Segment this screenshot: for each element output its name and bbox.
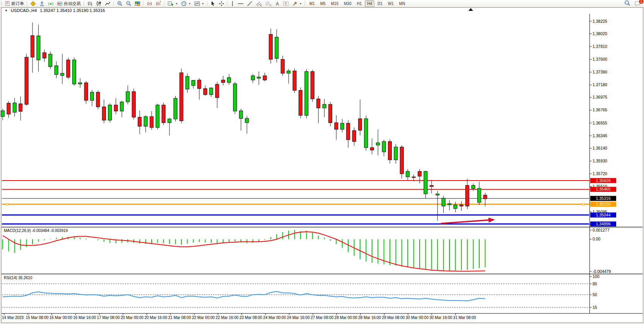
candle-body [102,107,106,120]
timeframe-button-W1[interactable]: W1 [386,0,396,7]
timeframe-button-MN[interactable]: MN [397,0,408,7]
chart-surface[interactable]: 1.382251.380201.378101.376001.373901.371… [0,0,644,324]
zoom-in-button[interactable] [115,0,124,7]
fibonacci-button[interactable]: F [264,0,273,7]
text-label-button[interactable]: T [281,0,290,7]
templates-button[interactable]: ▼ [193,0,206,7]
text-icon: A [275,1,280,7]
chart-shift-button[interactable] [154,0,163,7]
timeframe-button-D1[interactable]: D1 [375,0,385,7]
auto-trading-icon [57,1,63,7]
arrows-tool-button[interactable]: ▼ [290,0,304,7]
svg-text:15: 15 [593,305,597,310]
signal-icon [48,1,54,7]
candle-body [162,105,165,123]
chart-ohlc-values: 1.35247 1.35410 1.35190 1.35316 [40,8,105,13]
candle-body [19,104,22,111]
horizontal-line-button[interactable] [236,0,245,7]
line-handle[interactable] [583,203,584,205]
svg-text:1.38225: 1.38225 [593,19,607,24]
macd-indicator-label: MACD(12,26,9) -0.003484 -0.003919 [4,229,68,233]
candlestick-chart-button[interactable] [94,0,103,7]
timeframe-button-M5[interactable]: M5 [318,0,328,7]
time-axis-label: 22 Mar 00:00 [192,315,215,320]
add-indicator-button[interactable]: ▼ [166,0,179,7]
svg-text:1.36140: 1.36140 [593,146,607,150]
chart-symbol-title: USDCAD-,H4 [11,8,37,13]
candle-body [25,57,28,104]
bar-chart-icon [87,1,93,7]
line-chart-button[interactable] [103,0,112,7]
time-axis-label: 30 Mar 00:00 [406,315,429,320]
candle-body [359,119,362,130]
auto-trading-button[interactable]: 自动交易 [55,0,82,7]
macd-pane[interactable]: 0.0012770.00-0.004479 [3,228,611,274]
candle-body [138,117,142,126]
cursor-button[interactable] [209,0,217,7]
timeframe-button-M1[interactable]: M1 [307,0,317,7]
chat-badge: 1 [639,0,644,4]
vertical-line-icon [231,1,234,7]
pane-separators[interactable] [2,14,642,314]
rsi-indicator-label: RSI(14) 35.2610 [4,276,32,280]
candle-body [483,195,487,199]
candle-body [251,76,255,80]
svg-text:T: T [285,2,287,6]
svg-text:F: F [270,4,272,7]
candle-body [37,36,40,60]
auto-trading-label: 自动交易 [64,1,81,7]
trend-arrow[interactable] [441,218,495,223]
search-icon[interactable] [624,0,630,7]
periods-button[interactable]: ▼ [179,0,193,7]
time-axis-label: 28 Mar 16:00 [358,315,381,320]
candlestick-chart-icon [96,1,102,7]
cursor-icon [210,1,215,6]
candle-body [448,204,451,205]
svg-text:A: A [276,1,279,7]
candle-body [281,59,284,73]
time-axis-label: 30 Mar 16:00 [429,315,452,320]
candle-body [91,92,94,100]
timeframe-button-H4[interactable]: H4 [365,0,374,7]
timeframe-button-M15[interactable]: M15 [329,0,341,7]
candle-body [239,111,243,119]
signal-button[interactable] [46,0,55,7]
horizontal-level-lines[interactable] [2,181,589,224]
candle-body [287,71,290,73]
time-axis-label: 20 Mar 00:00 [121,315,143,320]
time-axis-label: 15 Mar 08:00 [26,315,48,320]
crosshair-button[interactable] [217,0,226,7]
text-button[interactable]: A [273,0,281,7]
vertical-line-button[interactable] [229,0,236,7]
profile-button[interactable] [38,0,46,7]
shift-marker-icon[interactable] [468,8,473,11]
time-axis[interactable]: 14 Mar 202315 Mar 08:0016 Mar 00:0016 Ma… [2,314,476,320]
bar-chart-button[interactable] [85,0,94,7]
charts-button[interactable] [29,0,38,7]
timeframe-button-M30[interactable]: M30 [342,0,354,7]
candle-body [150,117,154,128]
equidistant-channel-button[interactable]: E [254,0,264,7]
time-axis-label: 16 Mar 00:00 [50,315,72,320]
templates-caret-icon: ▼ [202,2,204,5]
rsi-pane[interactable]: 100805015 [2,274,600,310]
svg-text:1.36345: 1.36345 [593,133,607,138]
timeframe-button-H1[interactable]: H1 [354,0,364,7]
line-handle[interactable] [6,203,8,205]
candle-body [400,147,403,174]
tile-windows-button[interactable] [133,0,142,7]
zoom-out-button[interactable] [124,0,133,7]
trendline-button[interactable] [245,0,254,7]
svg-text:1.37390: 1.37390 [593,70,607,74]
new-order-button[interactable]: 新订单 [3,0,26,7]
candle-body [412,177,415,177]
candle-body [471,185,475,188]
time-axis-label: 27 Mar 08:00 [311,315,333,320]
collapse-icon[interactable]: ▼ [5,9,8,12]
auto-scroll-button[interactable] [145,0,154,7]
equidistant-channel-icon: E [256,1,262,7]
price-axis[interactable]: 1.382251.380201.378101.376001.373901.371… [590,19,608,227]
chat-button[interactable]: 1 [634,1,641,7]
time-axis-label: 23 Mar 08:00 [239,315,262,320]
toolbar-grip[interactable] [1,1,2,6]
